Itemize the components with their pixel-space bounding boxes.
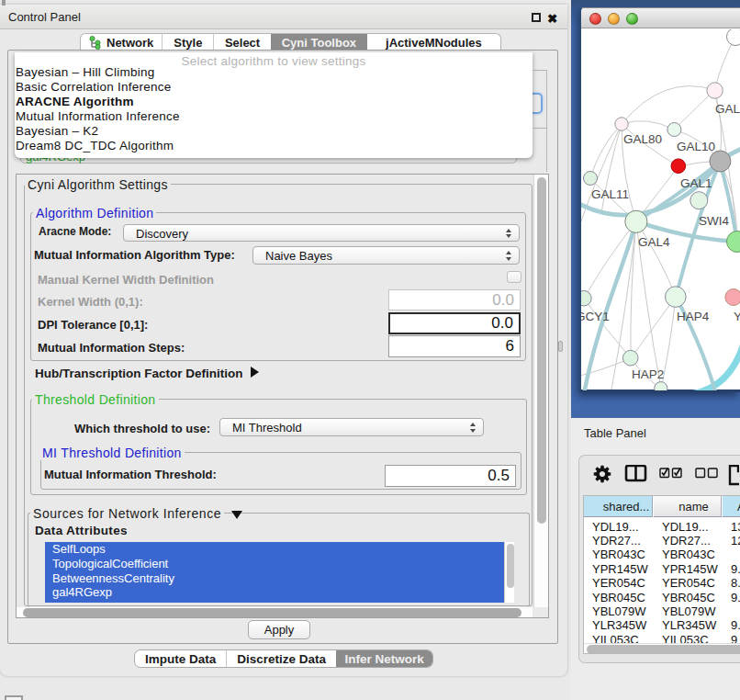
- svg-text:HAP2: HAP2: [632, 367, 664, 381]
- svg-text:GAL4: GAL4: [638, 235, 670, 249]
- svg-text:Y: Y: [734, 310, 740, 323]
- svg-text:GAL80: GAL80: [623, 132, 662, 146]
- svg-text:GAL1: GAL1: [680, 176, 712, 190]
- svg-text:GAL2: GAL2: [715, 102, 740, 116]
- svg-text:HAP4: HAP4: [677, 310, 710, 323]
- svg-text:GAL11: GAL11: [591, 187, 629, 201]
- svg-text:GCY1: GCY1: [581, 310, 610, 323]
- svg-text:SWI4: SWI4: [699, 214, 729, 228]
- svg-text:GAL10: GAL10: [677, 140, 715, 153]
